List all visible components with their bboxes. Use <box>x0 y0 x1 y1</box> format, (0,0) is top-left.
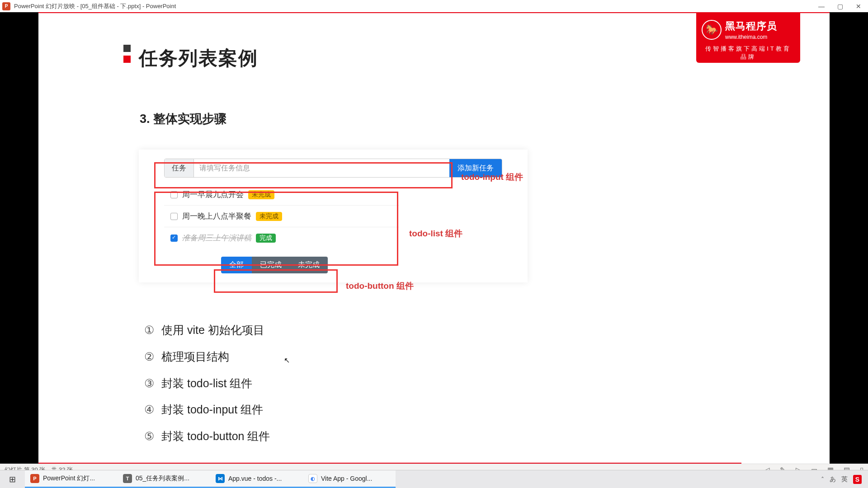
todo-text: 周一早晨九点开会 <box>182 189 244 200</box>
step-item: ④封装 todo-input 组件 <box>144 396 270 423</box>
system-tray: ˄ あ 英 S <box>815 470 868 488</box>
checkbox-icon[interactable] <box>170 191 178 198</box>
filter-undone-button[interactable]: 未完成 <box>290 257 328 273</box>
window-titlebar: P PowerPoint 幻灯片放映 - [05_组件基础 - 下.pptx] … <box>0 0 868 12</box>
taskbar-label: Vite App - Googl... <box>321 475 372 482</box>
status-badge: 完成 <box>256 234 276 243</box>
todo-filter-group: 全部 已完成 未完成 <box>221 257 328 273</box>
status-badge: 未完成 <box>248 190 274 199</box>
bullet-square <box>123 45 131 52</box>
todo-text: 准备周三上午演讲稿 <box>182 233 251 243</box>
brand-badge: 🐎 黑马程序员 www.itheima.com 传智播客旗下高端IT教育品牌 <box>696 13 800 63</box>
maximize-icon[interactable]: ▢ <box>837 3 843 10</box>
cursor-icon: ↖ <box>284 356 290 365</box>
annotation-label-button: todo-button 组件 <box>346 280 414 292</box>
checkbox-icon[interactable] <box>170 213 178 220</box>
input-prefix-label: 任务 <box>165 159 194 177</box>
annotation-label-input: todo-input 组件 <box>461 171 523 183</box>
slide-content: 任务列表案例 🐎 黑马程序员 www.itheima.com 传智播客旗下高端I… <box>38 12 830 470</box>
step-item: ③封装 todo-list 组件 <box>144 370 270 397</box>
windows-taskbar: ⊞ P PowerPoint 幻灯... T 05_任务列表案例... ⋈ Ap… <box>0 470 868 488</box>
checkbox-checked-icon[interactable] <box>170 235 178 242</box>
step-item: ⑤封装 todo-button 组件 <box>144 423 270 450</box>
powerpoint-icon: P <box>2 2 10 10</box>
start-button[interactable]: ⊞ <box>0 470 25 488</box>
todo-input-group: 任务 请填写任务信息 添加新任务 <box>164 159 502 178</box>
step-item: ①使用 vite 初始化项目 <box>144 317 270 343</box>
tray-chevron-icon[interactable]: ˄ <box>821 476 824 483</box>
chrome-icon: ◐ <box>308 474 317 483</box>
todo-text: 周一晚上八点半聚餐 <box>182 211 251 221</box>
taskbar-item-powerpoint[interactable]: P PowerPoint 幻灯... <box>25 470 118 488</box>
powerpoint-icon: P <box>30 474 39 483</box>
taskbar-label: PowerPoint 幻灯... <box>43 474 95 483</box>
brand-name: 黑马程序员 <box>725 19 777 33</box>
brand-url: www.itheima.com <box>725 34 777 40</box>
todo-list: 周一早晨九点开会 未完成 周一晚上八点半聚餐 未完成 准备周三上午演讲稿 完成 <box>164 182 399 252</box>
todo-item: 周一晚上八点半聚餐 未完成 <box>164 206 399 227</box>
slide-title: 任务列表案例 <box>139 46 258 71</box>
status-badge: 未完成 <box>256 212 282 221</box>
annotation-label-list: todo-list 组件 <box>409 228 462 239</box>
taskbar-label: 05_任务列表案例... <box>136 474 189 483</box>
filter-done-button[interactable]: 已完成 <box>252 257 290 273</box>
step-item: ②梳理项目结构 <box>144 343 270 370</box>
window-title: PowerPoint 幻灯片放映 - [05_组件基础 - 下.pptx] - … <box>14 2 176 10</box>
text-file-icon: T <box>123 474 132 483</box>
brand-tagline: 传智播客旗下高端IT教育品牌 <box>702 45 795 61</box>
filter-all-button[interactable]: 全部 <box>221 257 252 273</box>
vscode-icon: ⋈ <box>216 474 225 483</box>
ime-indicator[interactable]: あ <box>830 475 836 483</box>
todo-item: 周一早晨九点开会 未完成 <box>164 184 399 206</box>
close-icon[interactable]: ✕ <box>856 3 861 10</box>
brand-logo-icon: 🐎 <box>702 20 722 40</box>
ime-indicator[interactable]: 英 <box>841 475 848 483</box>
bullet-square <box>123 56 131 63</box>
taskbar-item-vscode[interactable]: ⋈ App.vue - todos -... <box>210 470 303 488</box>
slideshow-area[interactable]: 任务列表案例 🐎 黑马程序员 www.itheima.com 传智播客旗下高端I… <box>0 12 868 470</box>
slide-subtitle: 3. 整体实现步骤 <box>140 111 226 127</box>
ime-app-icon[interactable]: S <box>853 475 862 484</box>
steps-list: ①使用 vite 初始化项目 ②梳理项目结构 ③封装 todo-list 组件 … <box>144 317 270 450</box>
taskbar-item-text[interactable]: T 05_任务列表案例... <box>118 470 210 488</box>
todo-item: 准备周三上午演讲稿 完成 <box>164 227 399 249</box>
title-bullets <box>123 45 131 63</box>
task-input[interactable]: 请填写任务信息 <box>194 159 449 177</box>
taskbar-label: App.vue - todos -... <box>228 475 282 482</box>
todo-demo: 任务 请填写任务信息 添加新任务 周一早晨九点开会 未完成 周一晚上八点半聚餐 … <box>139 150 528 282</box>
taskbar-item-chrome[interactable]: ◐ Vite App - Googl... <box>303 470 396 488</box>
minimize-icon[interactable]: — <box>818 3 825 10</box>
